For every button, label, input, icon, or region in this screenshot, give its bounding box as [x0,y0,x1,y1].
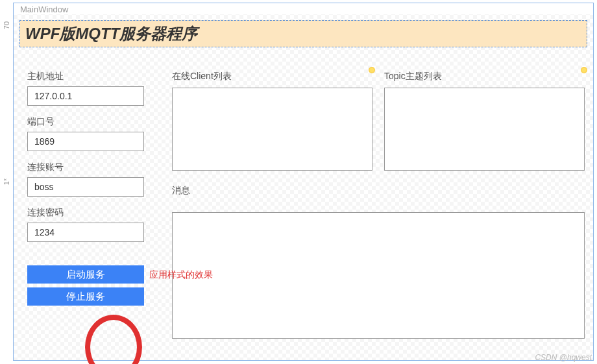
left-column: 主机地址 端口号 连接账号 连接密码 启动服务 停止服务 [27,71,157,309]
stop-service-button[interactable]: 停止服务 [27,287,144,306]
message-box[interactable] [172,212,585,339]
designer-canvas[interactable]: MainWindow WPF版MQTT服务器程序 主机地址 端口号 连接账号 连… [13,3,594,361]
content-area: 主机地址 端口号 连接账号 连接密码 启动服务 停止服务 [19,55,587,356]
message-section: 消息 [172,185,585,339]
style-annotation: 应用样式的效果 [149,269,213,281]
client-list-label: 在线Client列表 [172,71,372,82]
ruler-left: 70 1* [0,3,13,361]
account-label: 连接账号 [27,162,157,173]
right-column: 在线Client列表 Topic主题列表 消息 [172,71,585,356]
password-field-group: 连接密码 [27,207,157,242]
account-field-group: 连接账号 [27,162,157,197]
port-label: 端口号 [27,116,157,128]
account-input[interactable] [27,177,144,197]
lightbulb-icon[interactable] [581,67,587,73]
lightbulb-icon[interactable] [369,67,375,73]
highlight-circle [85,315,142,364]
topic-list-label: Topic主题列表 [384,71,585,82]
top-lists: 在线Client列表 Topic主题列表 [172,71,585,171]
ruler-mark-star: 1* [3,178,10,185]
app-header[interactable]: WPF版MQTT服务器程序 [19,20,587,47]
password-label: 连接密码 [27,207,157,219]
ruler-mark-70: 70 [3,21,10,29]
client-list-box[interactable] [172,88,372,171]
topic-list-box[interactable] [384,88,585,171]
port-field-group: 端口号 [27,116,157,151]
client-list-wrap: 在线Client列表 [172,71,372,171]
window-title: MainWindow [14,3,593,14]
host-label: 主机地址 [27,71,157,82]
host-field-group: 主机地址 [27,71,157,106]
topic-list-wrap: Topic主题列表 [384,71,585,171]
watermark: CSDN @hqwest [535,353,592,362]
message-label: 消息 [172,185,585,197]
button-section: 启动服务 停止服务 [27,265,157,306]
start-service-button[interactable]: 启动服务 [27,265,144,284]
password-input[interactable] [27,223,144,242]
port-input[interactable] [27,132,144,151]
host-input[interactable] [27,86,144,106]
